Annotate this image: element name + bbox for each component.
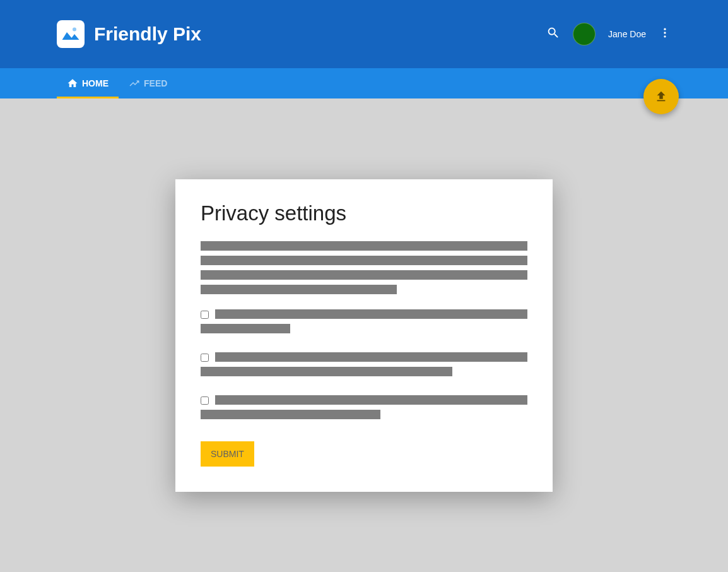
svg-point-0 <box>73 28 76 32</box>
home-icon <box>67 78 78 89</box>
description-text <box>201 241 527 294</box>
more-menu-icon[interactable] <box>659 27 671 42</box>
search-icon[interactable] <box>546 26 560 42</box>
svg-point-2 <box>664 32 666 33</box>
privacy-checkbox-3[interactable] <box>201 396 209 405</box>
svg-point-1 <box>664 28 666 30</box>
privacy-settings-card: Privacy settings <box>175 179 553 492</box>
privacy-option-2-label <box>215 352 527 381</box>
privacy-option-1 <box>201 309 527 338</box>
tab-feed-label: FEED <box>144 78 167 88</box>
trending-icon <box>129 78 140 89</box>
card-title: Privacy settings <box>201 201 527 225</box>
privacy-option-2 <box>201 352 527 381</box>
tabs-bar: HOME FEED <box>0 68 728 98</box>
privacy-option-3-label <box>215 395 527 424</box>
upload-fab[interactable] <box>643 79 679 114</box>
privacy-checkbox-1[interactable] <box>201 311 209 319</box>
privacy-option-1-label <box>215 309 527 338</box>
upload-icon <box>654 90 668 104</box>
tab-feed[interactable]: FEED <box>119 68 177 98</box>
app-logo-icon <box>57 20 85 48</box>
user-avatar[interactable] <box>573 23 596 45</box>
logo-section: Friendly Pix <box>57 20 201 48</box>
username-label: Jane Doe <box>608 29 646 39</box>
privacy-checkbox-2[interactable] <box>201 354 209 362</box>
app-header: Friendly Pix Jane Doe <box>0 0 728 68</box>
privacy-option-3 <box>201 395 527 424</box>
main-content: Privacy settings <box>0 98 728 492</box>
tab-home-label: HOME <box>82 78 109 88</box>
tab-home[interactable]: HOME <box>57 68 119 98</box>
submit-button[interactable]: SUBMIT <box>201 441 254 467</box>
app-title: Friendly Pix <box>94 23 201 45</box>
header-right: Jane Doe <box>546 23 671 45</box>
svg-point-3 <box>664 35 666 37</box>
